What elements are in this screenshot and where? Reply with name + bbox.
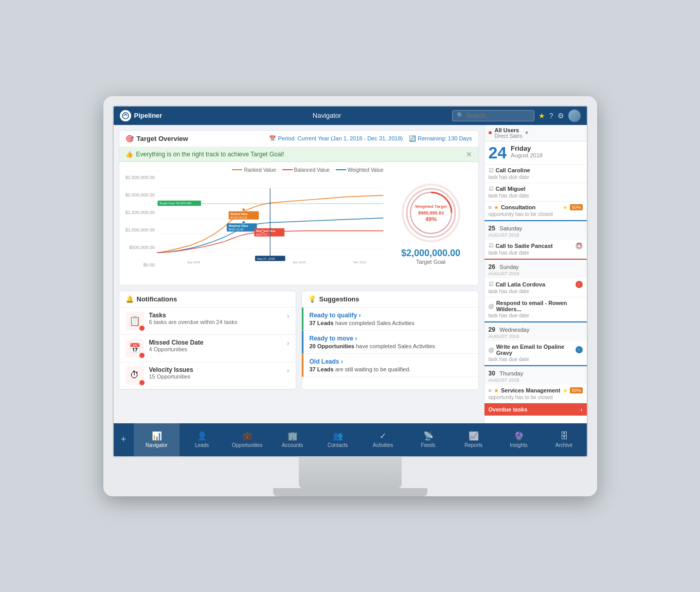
svg-text:Nov 2018: Nov 2018 [293,260,306,263]
cal-item-latia[interactable]: ☑ Call Latia Cordova ! task has due date [484,278,587,297]
nav-item-insights[interactable]: 🔮 Insights [496,423,542,456]
task-icon-sadie: ☑ [489,242,494,249]
velocity-icon-wrap: ⏱ [125,366,144,385]
chart-gauge: Weighted Target $985,895.63 49% $2,000,0… [390,167,472,280]
legend-ranked: Ranked Value [232,167,276,173]
nav-item-accounts[interactable]: 🏢 Accounts [270,423,315,456]
nav-item-reports[interactable]: 📈 Reports [451,423,496,456]
day-30-header: 30 Thursday AUGUST 2018 [484,366,587,385]
svg-text:Sep 2018: Sep 2018 [187,260,200,263]
chart-area: Ranked Value Balanced Value Weighted Val… [119,162,478,285]
star-icon[interactable]: ★ [539,112,545,120]
nav-plus-button[interactable]: + [114,423,134,456]
period-label: 📅 Period: Current Year (Jan 1, 2018 - De… [269,135,403,142]
target-overview-title: 🎯 Target Overview [125,135,266,142]
svg-text:Balanced Value: Balanced Value [256,229,276,232]
contacts-icon: 👥 [333,431,343,441]
missed-badge [139,352,145,358]
notifications-panel: 🔔 Notifications 📋 Tasks 6 tasks are over… [119,291,296,390]
y-axis: $2,500,000.00 $2,000,000.00 $1,500,000.0… [125,175,155,278]
nav-item-activities[interactable]: ✓ Activities [361,423,406,456]
help-icon[interactable]: ? [549,112,553,120]
feeds-icon: 📡 [423,431,434,441]
calendar-icon: 📅 [129,343,140,354]
logo-area: Pipeliner [120,110,202,121]
email-icon-2: @ [489,347,494,353]
accounts-icon: 🏢 [288,431,298,441]
close-banner-button[interactable]: ✕ [466,150,472,158]
svg-text:$985,895.63: $985,895.63 [418,210,443,216]
bottom-panels: 🔔 Notifications 📋 Tasks 6 tasks are over… [119,291,479,390]
notification-tasks[interactable]: 📋 Tasks 6 tasks are overdue within 24 ta… [119,308,296,335]
trend-chart: Target Goal: $2,000,000 Ranked Value $2,… [157,175,383,278]
bulb-icon: 💡 [308,295,316,303]
cal-item-sadie[interactable]: ☑ Call to Sadie Pancast ⏰ task has due d… [484,240,587,259]
overdue-tasks-bar[interactable]: Overdue tasks › [484,403,587,416]
cal-item-call-caroline[interactable]: ☑ Call Caroline task has due date [484,165,587,183]
filter-user-sublabel: Direct Sales [495,133,523,139]
filter-dot [489,131,492,134]
svg-text:Weighted Target: Weighted Target [415,204,447,209]
app-name: Pipeliner [134,112,163,119]
remaining-label: 🔄 Remaining: 130 Days [409,135,472,142]
search-bar[interactable]: 🔍 [452,110,534,121]
tasks-icon: 📋 [129,315,140,327]
tasks-badge [139,325,145,331]
nav-item-contacts[interactable]: 👥 Contacts [315,423,361,456]
search-input[interactable] [466,112,530,119]
cal-item-call-miguel[interactable]: ☑ Call Miguel task has due date [484,183,587,202]
opportunity-icon: ≡ [489,204,492,210]
nav-item-navigator[interactable]: 📊 Navigator [134,423,180,456]
navigator-icon: 📊 [152,431,162,441]
settings-icon[interactable]: ⚙ [558,112,564,120]
svg-point-0 [122,113,129,119]
avatar[interactable] [568,110,581,122]
notification-missed-close[interactable]: 📅 Missed Close Date 4 Opportunities › [119,335,296,362]
suggestions-panel: 💡 Suggestions Ready to qualify › 37 Lead… [301,291,479,390]
consultation-pct: 50% [570,204,582,210]
clock-badge: ⏰ [576,242,583,249]
right-sidebar: All Users Direct Sales ▾ 24 Friday Augus… [484,125,587,423]
suggestion-old-leads[interactable]: Old Leads › 37 Leads are still waiting t… [302,354,478,377]
overdue-arrow: › [581,406,583,412]
svg-chart-container: Target Goal: $2,000,000 Ranked Value $2,… [157,175,383,280]
monitor-base [273,488,427,496]
svg-text:Dec 2018: Dec 2018 [353,260,366,263]
cal-item-consultation[interactable]: ≡ ★ Consultation ★ 50% opportunity has t… [484,202,587,220]
bottom-nav: + 📊 Navigator 👤 Leads 💼 Opportunities 🏢 … [114,423,587,456]
target-goal-label: Target Goal [416,259,445,265]
svg-point-16 [242,221,245,224]
svg-text:$2,037,812.91: $2,037,812.91 [230,216,247,219]
services-star: ★ [563,387,568,394]
svg-text:49%: 49% [425,216,436,222]
date-number-24: 24 [489,145,507,161]
suggestion-ready-qualify[interactable]: Ready to qualify › 37 Leads have complet… [302,308,478,331]
svg-text:$655,701.72: $655,701.72 [256,232,271,236]
tasks-icon-wrap: 📋 [125,312,144,330]
target-icon: 🎯 [125,135,134,142]
legend-weighted: Weighted Value [336,167,384,173]
svg-text:Target Goal: $2,000,000: Target Goal: $2,000,000 [159,202,192,205]
day-section-30: 30 Thursday AUGUST 2018 [484,365,587,385]
services-pct: 50% [570,387,582,393]
day-29-header: 29 Wednesday AUGUST 2018 [484,322,587,341]
thumbs-up-icon: 👍 [125,151,133,158]
nav-item-opportunities[interactable]: 💼 Opportunities [225,423,270,456]
target-overview: 🎯 Target Overview 📅 Period: Current Year… [119,130,479,285]
suggestion-ready-move[interactable]: Ready to move › 20 Opportunities have co… [302,331,478,354]
nav-item-feeds[interactable]: 📡 Feeds [406,423,451,456]
nav-item-leads[interactable]: 👤 Leads [180,423,225,456]
svg-text:$948,141.58: $948,141.58 [229,228,244,231]
chart-main: Ranked Value Balanced Value Weighted Val… [125,167,384,280]
cal-item-services[interactable]: ≡ ★ Services Management ★ 50% opportunit… [484,385,587,403]
top-right-controls: 🔍 ★ ? ⚙ [452,110,581,122]
star-opp-icon-2: ★ [494,387,499,394]
cal-item-opaline[interactable]: @ Write an Email to Opaline Gravy i task… [484,341,587,365]
cal-item-rowen[interactable]: @ Respond to email - Rowen Wilders... ta… [484,297,587,321]
svg-point-20 [261,230,264,233]
notification-velocity[interactable]: ⏱ Velocity Issues 15 Opportunities › [119,362,296,389]
velocity-text: Velocity Issues 15 Opportunities [149,366,282,380]
sidebar-filter[interactable]: All Users Direct Sales ▾ [484,125,587,141]
nav-item-archive[interactable]: 🗄 Archive [542,423,587,456]
day-25-header: 25 Saturday AUGUST 2018 [484,221,587,240]
